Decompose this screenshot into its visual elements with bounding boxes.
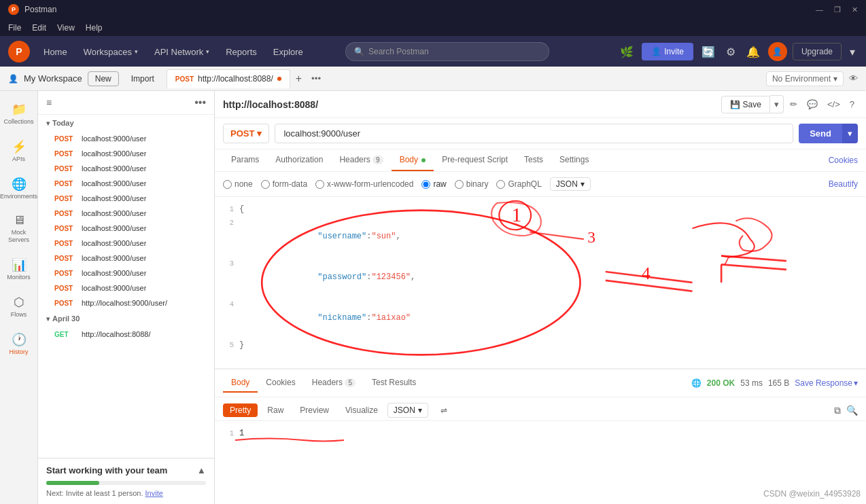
- sidebar-item-environments[interactable]: 🌐 Environments: [2, 171, 36, 206]
- history-item[interactable]: POST localhost:9000/user: [38, 206, 214, 221]
- none-radio-input[interactable]: [223, 180, 232, 189]
- tab-tests[interactable]: Tests: [516, 149, 551, 171]
- method-select[interactable]: POST ▾: [223, 124, 269, 143]
- copy-response-btn[interactable]: ⧉: [834, 405, 841, 416]
- binary-radio-input[interactable]: [455, 180, 464, 189]
- history-item[interactable]: POST localhost:9000/user: [38, 266, 214, 281]
- sidebar-item-history[interactable]: 🕐 History: [2, 327, 36, 361]
- history-item[interactable]: POST localhost:9000/user: [38, 131, 214, 146]
- tab-body[interactable]: Body: [392, 149, 434, 171]
- none-radio[interactable]: none: [223, 179, 253, 189]
- menu-file[interactable]: File: [8, 23, 21, 33]
- today-group-header[interactable]: ▾ Today: [38, 115, 214, 131]
- history-item[interactable]: POST localhost:9000/user: [38, 251, 214, 266]
- format-raw-btn[interactable]: Raw: [260, 403, 290, 417]
- avatar-btn[interactable]: 👤: [768, 42, 787, 61]
- edit-icon-btn[interactable]: ✏: [786, 97, 801, 111]
- new-button[interactable]: New: [88, 71, 119, 86]
- menu-view[interactable]: View: [57, 23, 75, 33]
- settings-icon-btn[interactable]: ⚙: [723, 43, 738, 61]
- cookies-link[interactable]: Cookies: [829, 156, 858, 165]
- comment-icon-btn[interactable]: 💬: [803, 97, 821, 111]
- json-format-select[interactable]: JSON ▾: [550, 177, 591, 191]
- api-network-nav-btn[interactable]: API Network ▾: [149, 44, 215, 60]
- add-tab-btn[interactable]: +: [290, 73, 307, 85]
- code-editor[interactable]: 1 { 2 "username":"sun", 3 "password":"12…: [215, 197, 866, 357]
- tab-authorization[interactable]: Authorization: [267, 149, 331, 171]
- history-item[interactable]: POST localhost:9000/user: [38, 176, 214, 191]
- environment-select[interactable]: No Environment ▾: [766, 71, 844, 86]
- form-data-radio-input[interactable]: [261, 180, 270, 189]
- pretty-label: Pretty: [230, 406, 251, 415]
- help-icon-btn[interactable]: ?: [846, 97, 858, 111]
- tab-prerequest[interactable]: Pre-request Script: [434, 149, 516, 171]
- resp-tab-cookies[interactable]: Cookies: [258, 374, 303, 393]
- sidebar-item-monitors[interactable]: 📊 Monitors: [2, 252, 36, 287]
- reports-nav-btn[interactable]: Reports: [220, 44, 262, 60]
- extension-icon-btn[interactable]: 🌿: [617, 43, 636, 61]
- sidebar-item-apis[interactable]: ⚡ APIs: [2, 134, 36, 168]
- raw-radio-input[interactable]: [421, 180, 430, 189]
- sync-icon-btn[interactable]: 🔄: [699, 43, 718, 61]
- notifications-icon-btn[interactable]: 🔔: [744, 43, 763, 61]
- close-btn[interactable]: ✕: [852, 5, 858, 14]
- raw-radio[interactable]: raw: [421, 179, 446, 189]
- panel-more-btn[interactable]: •••: [194, 96, 206, 109]
- resp-tab-body[interactable]: Body: [223, 374, 258, 393]
- beautify-btn[interactable]: Beautify: [829, 179, 858, 189]
- search-response-btn[interactable]: 🔍: [846, 405, 858, 416]
- menu-edit[interactable]: Edit: [32, 23, 46, 33]
- more-tabs-btn[interactable]: •••: [307, 73, 325, 84]
- code-icon-btn[interactable]: </>: [824, 97, 844, 111]
- history-item[interactable]: POST localhost:9000/user: [38, 191, 214, 206]
- urlencoded-radio-input[interactable]: [315, 180, 324, 189]
- history-item[interactable]: POST http://localhost:9000/user/: [38, 295, 214, 310]
- sidebar-item-mock-servers[interactable]: 🖥 Mock Servers: [2, 208, 36, 249]
- history-item[interactable]: POST localhost:9000/user: [38, 236, 214, 251]
- urlencoded-radio[interactable]: x-www-form-urlencoded: [315, 179, 413, 189]
- save-btn[interactable]: 💾 Save: [721, 96, 770, 113]
- eye-icon-btn[interactable]: 👁: [849, 73, 858, 84]
- search-box[interactable]: 🔍 Search Postman: [345, 42, 549, 61]
- home-nav-btn[interactable]: Home: [38, 44, 73, 60]
- progress-invite-link[interactable]: Invite: [145, 489, 163, 497]
- format-visualize-btn[interactable]: Visualize: [339, 403, 385, 417]
- history-item[interactable]: POST localhost:9000/user: [38, 281, 214, 295]
- resp-tab-headers[interactable]: Headers 5: [304, 374, 364, 393]
- collapse-btn[interactable]: ▲: [197, 465, 206, 475]
- format-pretty-btn[interactable]: Pretty: [223, 403, 258, 417]
- tab-settings[interactable]: Settings: [551, 149, 597, 171]
- invite-btn[interactable]: 👤 Invite: [642, 43, 693, 60]
- resp-tab-testresults[interactable]: Test Results: [364, 374, 424, 393]
- resp-json-format-select[interactable]: JSON ▾: [387, 403, 428, 418]
- history-item[interactable]: POST localhost:9000/user: [38, 146, 214, 161]
- graphql-radio[interactable]: GraphQL: [496, 179, 541, 189]
- wrap-btn[interactable]: ⇌: [434, 403, 454, 417]
- april-group-header[interactable]: ▾ April 30: [38, 310, 214, 327]
- format-preview-btn[interactable]: Preview: [293, 403, 336, 417]
- workspaces-nav-btn[interactable]: Workspaces ▾: [78, 44, 143, 60]
- sidebar-item-flows[interactable]: ⬡ Flows: [2, 289, 36, 324]
- minimize-btn[interactable]: —: [816, 5, 823, 14]
- history-item[interactable]: GET http://localhost:8088/: [38, 327, 214, 342]
- upgrade-chevron-btn[interactable]: ▾: [847, 43, 858, 61]
- save-response-btn[interactable]: Save Response ▾: [795, 378, 858, 388]
- sidebar-item-collections[interactable]: 📁 Collections: [2, 96, 36, 131]
- binary-radio[interactable]: binary: [455, 179, 489, 189]
- menu-help[interactable]: Help: [86, 23, 103, 33]
- tab-headers[interactable]: Headers 9: [331, 149, 391, 171]
- explore-nav-btn[interactable]: Explore: [268, 44, 309, 60]
- form-data-radio[interactable]: form-data: [261, 179, 307, 189]
- import-button[interactable]: Import: [124, 72, 161, 86]
- request-tab[interactable]: POST http://localhost:8088/: [167, 69, 290, 88]
- url-input[interactable]: [275, 124, 793, 143]
- history-item[interactable]: POST localhost:9000/user: [38, 221, 214, 236]
- history-item[interactable]: POST localhost:9000/user: [38, 161, 214, 176]
- graphql-radio-input[interactable]: [496, 180, 505, 189]
- send-btn[interactable]: Send: [799, 124, 842, 143]
- tab-params[interactable]: Params: [223, 149, 267, 171]
- save-dropdown-btn[interactable]: ▾: [770, 95, 784, 113]
- upgrade-btn[interactable]: Upgrade: [793, 43, 842, 60]
- send-dropdown-btn[interactable]: ▾: [842, 124, 858, 143]
- maximize-btn[interactable]: ❐: [834, 5, 841, 14]
